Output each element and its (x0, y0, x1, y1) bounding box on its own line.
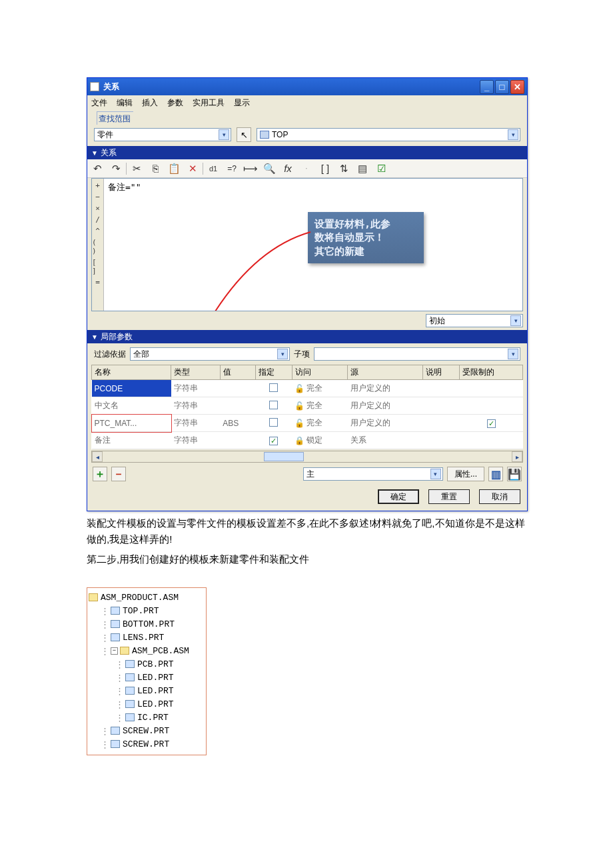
initial-dropdown[interactable]: 初始 ▾ (426, 314, 523, 327)
col-access[interactable]: 访问 (292, 365, 347, 380)
cell-value[interactable] (220, 397, 255, 415)
cell-value[interactable] (220, 432, 255, 449)
evaluate-icon[interactable]: =? (226, 163, 238, 175)
menu-display[interactable]: 显示 (234, 97, 250, 109)
undo-icon[interactable]: ↶ (91, 163, 103, 175)
pick-button[interactable]: ↖ (237, 127, 251, 142)
operator-button[interactable]: [ ] (92, 258, 103, 275)
col-value[interactable]: 值 (220, 365, 255, 380)
tree-item[interactable]: ⋮SCREW.PRT (89, 724, 205, 737)
find-icon[interactable]: 🔍 (263, 163, 275, 175)
scroll-thumb[interactable] (264, 452, 304, 461)
cell-name[interactable]: PCODE (92, 380, 171, 397)
cell-restricted[interactable] (460, 397, 523, 415)
scope-type-dropdown[interactable]: 零件 ▾ (94, 128, 231, 141)
units-icon[interactable]: d1 (207, 163, 219, 175)
cell-access[interactable]: 🔓完全 (292, 397, 347, 415)
subitem-dropdown[interactable]: ▾ (314, 347, 520, 361)
table-row[interactable]: 备注字符串✓🔒锁定关系 (92, 432, 523, 449)
cell-name[interactable]: PTC_MAT... (92, 415, 171, 432)
remove-param-button[interactable]: － (111, 467, 126, 481)
scope-target-dropdown[interactable]: TOP ▾ (257, 128, 520, 141)
main-dropdown[interactable]: 主 ▾ (303, 467, 443, 481)
titlebar[interactable]: 关系 _ □ ✕ (87, 78, 527, 95)
operator-button[interactable]: ( ) (92, 238, 103, 255)
list-icon[interactable]: ▤ (356, 163, 368, 175)
cell-access[interactable]: 🔓完全 (292, 415, 347, 432)
ok-button[interactable]: 确定 (378, 489, 419, 504)
relations-textarea[interactable]: 备注="" 设置好材料,此参 数将自动显示！ 其它的新建 (104, 179, 522, 311)
reset-button[interactable]: 重置 (428, 489, 470, 504)
cell-name[interactable]: 中文名 (92, 397, 171, 415)
cell-restricted[interactable] (460, 432, 523, 449)
cell-value[interactable] (220, 380, 255, 397)
menu-tools[interactable]: 实用工具 (193, 97, 225, 109)
col-desc[interactable]: 说明 (423, 365, 460, 380)
sort-icon[interactable]: ⇅ (338, 163, 350, 175)
paste-icon[interactable]: 📋 (168, 163, 180, 175)
tree-item[interactable]: ⋮PCB.PRT (89, 657, 205, 671)
col-source[interactable]: 源 (348, 365, 423, 380)
cut-icon[interactable]: ✂ (131, 163, 143, 175)
operator-button[interactable]: + (95, 181, 100, 190)
col-designate[interactable]: 指定 (255, 365, 292, 380)
menu-params[interactable]: 参数 (167, 97, 183, 109)
tree-item[interactable]: ⋮−ASM_PCB.ASM (89, 644, 205, 657)
cell-value[interactable]: ABS (220, 415, 255, 432)
operator-button[interactable]: − (95, 193, 100, 201)
tree-item[interactable]: ⋮LED.PRT (89, 684, 205, 697)
operator-button[interactable]: × (95, 204, 100, 213)
close-button[interactable]: ✕ (510, 80, 524, 94)
minimize-button[interactable]: _ (480, 80, 494, 94)
section-localparams-header[interactable]: ▼ 局部参数 (87, 330, 527, 343)
menu-insert[interactable]: 插入 (142, 97, 158, 109)
delete-icon[interactable]: ✕ (187, 163, 199, 175)
tree-toggle-icon[interactable]: − (111, 647, 118, 655)
cell-designate[interactable]: ✓ (255, 432, 292, 449)
col-type[interactable]: 类型 (171, 365, 220, 380)
tree-item[interactable]: ⋮BOTTOM.PRT (89, 617, 205, 631)
horizontal-scrollbar[interactable]: ◂ ▸ (91, 451, 523, 463)
menu-file[interactable]: 文件 (91, 97, 107, 109)
redo-icon[interactable]: ↷ (110, 163, 122, 175)
columns-button[interactable]: ▥ (488, 467, 503, 481)
dimension-icon[interactable]: ⟼ (245, 163, 257, 175)
add-param-button[interactable]: ＋ (93, 467, 107, 481)
operator-button[interactable]: = (95, 278, 100, 287)
brackets-icon[interactable]: [ ] (319, 163, 331, 175)
cell-access[interactable]: 🔓完全 (292, 380, 347, 397)
section-relations-header[interactable]: ▼ 关系 (87, 146, 527, 159)
cancel-button[interactable]: 取消 (479, 489, 520, 504)
cell-name[interactable]: 备注 (92, 432, 171, 449)
cell-restricted[interactable]: ✓ (460, 415, 523, 432)
table-row[interactable]: 中文名字符串🔓完全用户定义的 (92, 397, 523, 415)
tree-item[interactable]: ⋮LENS.PRT (89, 631, 205, 644)
table-row[interactable]: PCODE字符串🔓完全用户定义的 (92, 380, 523, 397)
scroll-left-icon[interactable]: ◂ (92, 451, 103, 462)
tree-item[interactable]: ⋮SCREW.PRT (89, 737, 205, 751)
tree-item[interactable]: ⋮TOP.PRT (89, 604, 205, 617)
tree-item[interactable]: ⋮LED.PRT (89, 697, 205, 711)
cell-designate[interactable] (255, 397, 292, 415)
table-row[interactable]: PTC_MAT...字符串ABS🔓完全用户定义的✓ (92, 415, 523, 432)
check-icon[interactable]: ☑ (375, 163, 387, 175)
cell-designate[interactable] (255, 380, 292, 397)
cell-access[interactable]: 🔒锁定 (292, 432, 347, 449)
scroll-right-icon[interactable]: ▸ (512, 451, 522, 462)
operator-button[interactable]: / (95, 215, 100, 224)
copy-icon[interactable]: ⎘ (149, 163, 161, 175)
save-button[interactable]: 💾 (507, 467, 522, 481)
cell-designate[interactable] (255, 415, 292, 432)
col-restricted[interactable]: 受限制的 (460, 365, 523, 380)
tree-item[interactable]: ⋮LED.PRT (89, 671, 205, 684)
fx-icon[interactable]: fx (282, 163, 294, 175)
maximize-button[interactable]: □ (495, 80, 509, 94)
filter-dropdown[interactable]: 全部 ▾ (130, 347, 290, 361)
operator-button[interactable]: ^ (95, 227, 100, 235)
properties-button[interactable]: 属性... (447, 467, 484, 481)
tree-item[interactable]: ⋮IC.PRT (89, 711, 205, 724)
menu-edit[interactable]: 编辑 (117, 97, 133, 109)
tree-item[interactable]: ASM_PRODUCT.ASM (89, 591, 205, 604)
col-name[interactable]: 名称 (92, 365, 171, 380)
cell-restricted[interactable] (460, 380, 523, 397)
